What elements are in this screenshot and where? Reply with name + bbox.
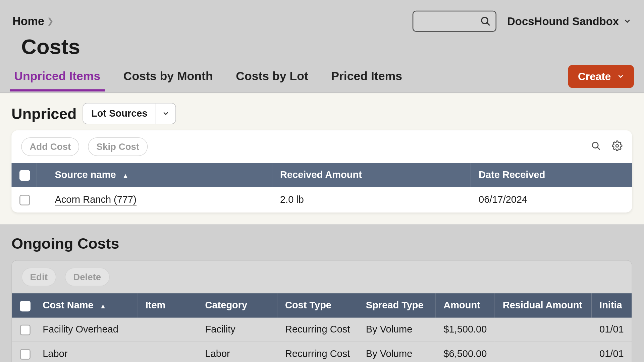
table-settings-button[interactable] — [612, 140, 623, 151]
breadcrumb-home[interactable]: Home — [12, 14, 44, 28]
cell-category: Facility — [197, 317, 277, 342]
page-title: Costs — [21, 35, 631, 59]
lot-sources-label: Lot Sources — [83, 103, 155, 124]
global-search[interactable] — [413, 11, 496, 32]
workspace-switcher[interactable]: DocsHound Sandbox — [507, 15, 631, 27]
svg-point-4 — [616, 144, 619, 147]
breadcrumb: Home ❯ — [12, 14, 54, 28]
row-checkbox[interactable] — [19, 195, 30, 206]
table-row[interactable]: Facility Overhead Facility Recurring Cos… — [12, 317, 632, 342]
cell-cost-type: Recurring Cost — [277, 317, 358, 342]
tab-unpriced-items[interactable]: Unpriced Items — [10, 66, 105, 91]
col-cost-type[interactable]: Cost Type — [277, 294, 358, 317]
table-row[interactable]: Acorn Ranch (777) 2.0 lb 06/17/2024 — [11, 187, 632, 213]
tabs: Unpriced Items Costs by Month Costs by L… — [10, 66, 407, 91]
ongoing-heading: Ongoing Costs — [11, 235, 632, 252]
col-category[interactable]: Category — [197, 294, 277, 317]
select-all-checkbox[interactable] — [20, 301, 31, 311]
cell-residual-amount — [495, 317, 591, 342]
sort-asc-icon: ▲ — [122, 172, 129, 179]
unpriced-heading: Unpriced — [11, 105, 76, 122]
chevron-right-icon: ❯ — [47, 16, 54, 26]
chevron-down-icon — [623, 17, 631, 25]
col-amount[interactable]: Amount — [436, 294, 495, 317]
create-button[interactable]: Create — [568, 65, 634, 88]
cell-spread-type: By Volume — [358, 342, 436, 362]
workspace-name: DocsHound Sandbox — [507, 15, 619, 27]
tab-priced-items[interactable]: Priced Items — [327, 66, 407, 91]
col-spread-type[interactable]: Spread Type — [358, 294, 436, 317]
col-source-name[interactable]: Source name ▲ — [36, 163, 272, 187]
cell-cost-name: Facility Overhead — [35, 317, 138, 342]
chevron-down-icon — [155, 103, 175, 124]
cell-received-amount: 2.0 lb — [272, 187, 471, 213]
col-date-received[interactable]: Date Received — [471, 163, 632, 187]
table-row[interactable]: Labor Labor Recurring Cost By Volume $6,… — [12, 342, 632, 362]
ongoing-table-header: Cost Name ▲ Item Category Cost Type Spre… — [12, 294, 632, 317]
table-search-button[interactable] — [591, 140, 601, 151]
cell-initial: 01/01 — [591, 317, 632, 342]
cell-cost-name: Labor — [35, 342, 138, 362]
cell-initial: 01/01 — [591, 342, 632, 362]
row-checkbox[interactable] — [20, 349, 31, 360]
cell-date-received: 06/17/2024 — [471, 187, 632, 213]
chevron-down-icon — [617, 73, 624, 80]
col-item[interactable]: Item — [138, 294, 197, 317]
select-all-checkbox[interactable] — [19, 170, 30, 181]
col-initial[interactable]: Initia — [591, 294, 632, 317]
sort-asc-icon: ▲ — [100, 302, 106, 310]
tab-costs-by-month[interactable]: Costs by Month — [119, 66, 217, 91]
col-residual-amount[interactable]: Residual Amount — [495, 294, 591, 317]
edit-button[interactable]: Edit — [22, 268, 56, 286]
add-cost-button[interactable]: Add Cost — [21, 137, 79, 156]
cell-category: Labor — [197, 342, 277, 362]
cell-amount: $1,500.00 — [436, 317, 495, 342]
cell-cost-type: Recurring Cost — [277, 342, 358, 362]
source-link[interactable]: Acorn Ranch (777) — [55, 194, 136, 205]
tab-costs-by-lot[interactable]: Costs by Lot — [231, 66, 313, 91]
cell-item — [138, 342, 197, 362]
col-cost-name[interactable]: Cost Name ▲ — [35, 294, 138, 317]
cell-item — [138, 317, 197, 342]
delete-button[interactable]: Delete — [65, 268, 109, 286]
create-button-label: Create — [578, 70, 611, 83]
svg-line-1 — [487, 23, 489, 25]
cell-spread-type: By Volume — [358, 317, 436, 342]
cell-residual-amount — [495, 342, 591, 362]
search-icon — [480, 15, 491, 27]
skip-cost-button[interactable]: Skip Cost — [88, 137, 148, 156]
col-received-amount[interactable]: Received Amount — [272, 163, 471, 187]
cell-amount: $6,500.00 — [436, 342, 495, 362]
lot-sources-dropdown[interactable]: Lot Sources — [83, 103, 176, 124]
unpriced-table-header: Source name ▲ Received Amount Date Recei… — [11, 163, 632, 187]
svg-line-3 — [597, 147, 599, 149]
row-checkbox[interactable] — [20, 324, 31, 335]
